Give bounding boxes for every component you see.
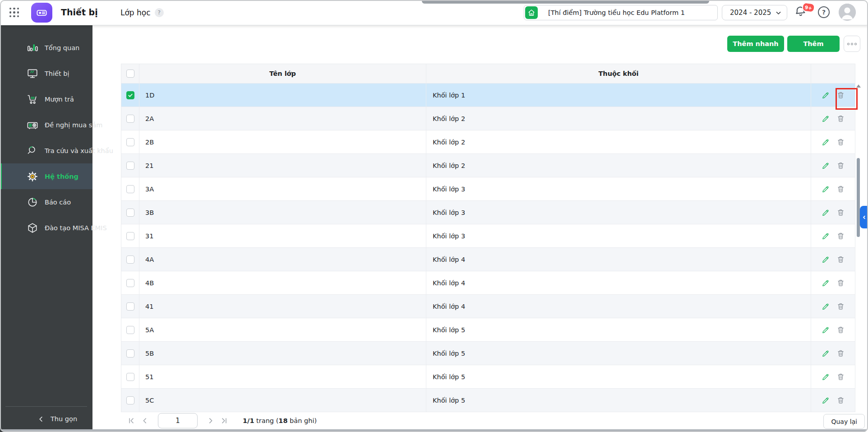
- delete-icon[interactable]: [836, 396, 845, 405]
- row-checkbox[interactable]: [126, 302, 134, 311]
- sidebar-item-cube[interactable]: Đào tạo MISA EMIS: [0, 215, 92, 241]
- row-checkbox[interactable]: [126, 185, 134, 193]
- previous-page-button[interactable]: [138, 414, 152, 427]
- tab-lop-hoc[interactable]: Lớp học ?: [120, 0, 164, 25]
- delete-icon[interactable]: [836, 255, 845, 264]
- edit-icon[interactable]: [821, 325, 830, 334]
- sidebar-item-pie-chart[interactable]: Báo cáo: [0, 189, 92, 215]
- delete-icon[interactable]: [836, 302, 845, 311]
- notifications-button[interactable]: 9+: [794, 5, 809, 20]
- table-row[interactable]: 51 Khối lớp 5: [121, 365, 855, 389]
- delete-icon[interactable]: [836, 279, 845, 288]
- edit-icon[interactable]: [821, 208, 830, 217]
- grade-cell: Khối lớp 4: [426, 271, 811, 294]
- last-page-button[interactable]: [217, 414, 231, 427]
- edit-icon[interactable]: [821, 161, 830, 170]
- edit-icon[interactable]: [821, 185, 830, 194]
- delete-icon[interactable]: [836, 138, 845, 147]
- edit-icon[interactable]: [821, 138, 830, 147]
- more-options-button[interactable]: [844, 36, 860, 52]
- grade-cell: Khối lớp 3: [426, 201, 811, 224]
- edit-icon[interactable]: [821, 396, 830, 405]
- table-row[interactable]: 21 Khối lớp 2: [121, 154, 855, 177]
- sidebar-item-gear[interactable]: Hệ thống: [0, 163, 92, 189]
- column-header-grade: Thuộc khối: [426, 64, 811, 83]
- row-checkbox[interactable]: [126, 326, 134, 334]
- edit-icon[interactable]: [821, 302, 830, 311]
- row-checkbox[interactable]: [126, 396, 134, 404]
- table-row[interactable]: 4A Khối lớp 4: [121, 248, 855, 271]
- table-row[interactable]: 3B Khối lớp 3: [121, 201, 855, 224]
- sidebar-item-bar-chart[interactable]: Tổng quan: [0, 35, 92, 60]
- table-body: 1D Khối lớp 1 2A Khối lớp 2: [121, 84, 855, 412]
- sidebar-item-label: Đề nghị mua sắm: [45, 121, 102, 129]
- row-checkbox[interactable]: [126, 232, 134, 240]
- edit-icon[interactable]: [821, 349, 830, 358]
- next-page-button[interactable]: [204, 414, 217, 427]
- monitor-icon: [26, 67, 39, 80]
- table-row[interactable]: 1D Khối lớp 1: [121, 84, 855, 107]
- table-row[interactable]: 41 Khối lớp 4: [121, 295, 855, 318]
- table-row[interactable]: 5C Khối lớp 5: [121, 389, 855, 412]
- quick-add-button[interactable]: Thêm nhanh: [727, 36, 784, 52]
- table-row[interactable]: 31 Khối lớp 3: [121, 224, 855, 248]
- row-checkbox[interactable]: [126, 138, 134, 146]
- delete-icon[interactable]: [836, 185, 845, 194]
- table-row[interactable]: 4B Khối lớp 4: [121, 271, 855, 295]
- row-checkbox[interactable]: [126, 115, 134, 123]
- row-checkbox[interactable]: [126, 255, 134, 264]
- delete-icon[interactable]: [836, 349, 845, 358]
- class-name-cell: 4A: [139, 248, 426, 271]
- row-checkbox[interactable]: [126, 91, 134, 99]
- select-all-checkbox[interactable]: [126, 70, 134, 78]
- edit-icon[interactable]: [821, 232, 830, 241]
- sidebar-item-monitor[interactable]: Thiết bị: [0, 60, 92, 86]
- app-grid-icon[interactable]: [9, 8, 19, 18]
- edit-icon[interactable]: [821, 114, 830, 123]
- row-checkbox[interactable]: [126, 209, 134, 217]
- row-checkbox[interactable]: [126, 279, 134, 287]
- table-row[interactable]: 5B Khối lớp 5: [121, 342, 855, 365]
- class-name-cell: 3B: [139, 201, 426, 224]
- table-row[interactable]: 3A Khối lớp 3: [121, 177, 855, 201]
- sidebar-item-cart[interactable]: Mượn trả: [0, 86, 92, 112]
- tab-help-icon[interactable]: ?: [155, 8, 164, 17]
- cart-icon: [26, 93, 39, 106]
- delete-icon[interactable]: [836, 161, 845, 170]
- edit-icon[interactable]: [821, 91, 830, 100]
- back-button[interactable]: Quay lại: [823, 414, 865, 429]
- sidebar: Tổng quan Thiết bị Mượn trả Đề nghị mua …: [0, 25, 92, 432]
- page-number-input[interactable]: 1: [158, 413, 198, 428]
- row-checkbox[interactable]: [126, 349, 134, 358]
- sidebar-menu: Tổng quan Thiết bị Mượn trả Đề nghị mua …: [0, 35, 92, 241]
- sidebar-divider: [5, 406, 87, 407]
- delete-icon[interactable]: [836, 208, 845, 217]
- collapse-sidebar-button[interactable]: Thu gọn: [0, 410, 92, 428]
- expand-panel-tab[interactable]: [860, 206, 868, 228]
- edit-icon[interactable]: [821, 372, 830, 381]
- scroll-up-arrow-icon[interactable]: [856, 84, 861, 88]
- class-name-cell: 21: [139, 154, 426, 177]
- sidebar-item-search[interactable]: Tra cứu và xuất khẩu: [0, 138, 92, 163]
- vertical-scrollbar[interactable]: [857, 158, 860, 237]
- edit-icon[interactable]: [821, 255, 830, 264]
- delete-icon[interactable]: [836, 232, 845, 241]
- help-icon[interactable]: ?: [818, 6, 830, 18]
- row-checkbox[interactable]: [126, 162, 134, 170]
- delete-icon[interactable]: [836, 91, 845, 100]
- edit-icon[interactable]: [821, 279, 830, 288]
- sidebar-item-label: Tổng quan: [45, 44, 79, 51]
- school-year-select[interactable]: 2024 - 2025: [722, 5, 787, 20]
- table-row[interactable]: 2A Khối lớp 2: [121, 107, 855, 130]
- avatar[interactable]: [839, 4, 856, 21]
- sidebar-item-projector[interactable]: Đề nghị mua sắm: [0, 112, 92, 138]
- table-row[interactable]: 2B Khối lớp 2: [121, 130, 855, 154]
- delete-icon[interactable]: [836, 372, 845, 381]
- table-row[interactable]: 5A Khối lớp 5: [121, 318, 855, 342]
- delete-icon[interactable]: [836, 114, 845, 123]
- row-checkbox[interactable]: [126, 373, 134, 381]
- delete-icon[interactable]: [836, 325, 845, 334]
- first-page-button[interactable]: [125, 414, 138, 427]
- add-button[interactable]: Thêm: [787, 36, 840, 52]
- school-selector[interactable]: [Thí điểm] Trường tiểu học Edu Platform …: [524, 5, 718, 20]
